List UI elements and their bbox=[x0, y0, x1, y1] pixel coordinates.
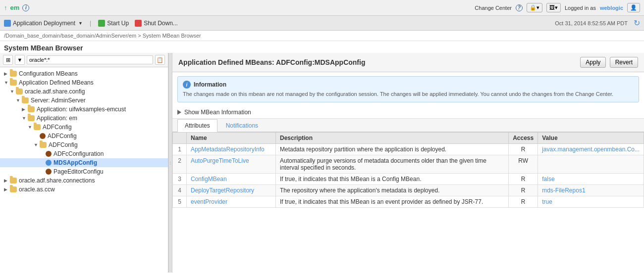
tree-item-oracle-adf-share-config[interactable]: ▼ oracle.adf.share.config bbox=[0, 87, 168, 96]
shut-down-nav[interactable]: Shut Down... bbox=[135, 20, 178, 27]
cell-description: If true, it indicates that this MBean is… bbox=[276, 174, 509, 185]
table-body: 1AppMetadataRepositoryInfoMetadata repos… bbox=[173, 144, 644, 208]
app-deployment-arrow: ▼ bbox=[78, 21, 83, 26]
tree-item-oracle-as-ccw[interactable]: ▶ oracle.as.ccw bbox=[0, 185, 168, 194]
folder-icon-app-defined bbox=[10, 80, 17, 86]
tab-attributes[interactable]: Attributes bbox=[177, 119, 217, 132]
attr-name-link[interactable]: AutoPurgeTimeToLive bbox=[191, 157, 249, 164]
start-up-label: Start Up bbox=[107, 20, 129, 27]
page-title: System MBean Browser bbox=[0, 41, 644, 53]
tree-item-app-uifwk[interactable]: ▶ Application: uifwksamples-emcust bbox=[0, 105, 168, 114]
breadcrumb-path[interactable]: /Domain_base_domain/base_domain/AdminSer… bbox=[4, 33, 136, 39]
attr-value-link[interactable]: mds-FileRepos1 bbox=[542, 187, 585, 194]
folder-icon-adfconfig bbox=[34, 124, 41, 130]
filter-btn[interactable]: ▼ bbox=[15, 55, 25, 65]
cell-name: DeployTargetRepository bbox=[187, 185, 276, 196]
attr-value-link[interactable]: true bbox=[542, 198, 552, 205]
cell-value bbox=[538, 155, 644, 174]
cell-access: R bbox=[509, 196, 538, 208]
expand-arrow-adfconfig-folder: ▼ bbox=[28, 125, 33, 130]
expand-all-btn[interactable]: ⊞ bbox=[3, 55, 13, 65]
change-center-help-icon[interactable]: ? bbox=[516, 4, 523, 11]
tree-item-mds-appconfig[interactable]: MDSAppConfig bbox=[0, 158, 168, 167]
tree-item-app-defined[interactable]: ▼ Application Defined MBeans bbox=[0, 78, 168, 87]
attr-value-link[interactable]: javax.management.openmbean.Co... bbox=[542, 146, 640, 153]
view-icon-btn[interactable]: 🖼▾ bbox=[546, 3, 561, 12]
col-header-access: Access bbox=[509, 133, 538, 144]
folder-icon-connections bbox=[10, 178, 17, 183]
cell-num: 1 bbox=[173, 144, 187, 155]
attr-name-link[interactable]: eventProvider bbox=[191, 198, 227, 205]
tree-item-server-adminserver[interactable]: ▼ Server: AdminServer bbox=[0, 96, 168, 105]
tree-item-adfconfig-folder[interactable]: ▼ ADFConfig bbox=[0, 123, 168, 132]
user-icon-btn[interactable]: 👤 bbox=[627, 3, 640, 12]
cell-value: true bbox=[538, 196, 644, 208]
start-up-nav[interactable]: Start Up bbox=[98, 20, 129, 27]
tree-item-app-em[interactable]: ▼ Application: em bbox=[0, 114, 168, 123]
tab-notifications[interactable]: Notifications bbox=[218, 119, 266, 132]
em-info-icon[interactable]: i bbox=[22, 4, 29, 11]
bean-icon-adfconfig bbox=[40, 133, 46, 139]
apply-button[interactable]: Apply bbox=[580, 57, 606, 68]
bean-icon-adfc bbox=[46, 151, 52, 157]
cell-num: 2 bbox=[173, 155, 187, 174]
timestamp-label: Oct 31, 2014 8:52:55 AM PDT bbox=[555, 20, 628, 26]
attr-name-link[interactable]: DeployTargetRepository bbox=[191, 187, 254, 194]
cell-name: AutoPurgeTimeToLive bbox=[187, 155, 276, 174]
attr-name-link[interactable]: ConfigMBean bbox=[191, 176, 227, 183]
resize-dots: ⋮ bbox=[168, 161, 172, 165]
left-toolbar: ⊞ ▼ 📋 bbox=[0, 53, 168, 67]
folder-icon-adfconfig-sub bbox=[40, 142, 47, 148]
tree-item-adfc-configuration[interactable]: ADFcConfiguration bbox=[0, 149, 168, 158]
em-label: em bbox=[10, 4, 20, 11]
tree-label-config-mbeans: Configuration MBeans bbox=[19, 70, 78, 77]
revert-button[interactable]: Revert bbox=[610, 57, 638, 68]
cell-num: 3 bbox=[173, 174, 187, 185]
left-panel: ⊞ ▼ 📋 ▶ Configuration MBeans ▼ Applicati… bbox=[0, 53, 168, 273]
shutdown-icon bbox=[135, 20, 142, 27]
tabs-bar: Attributes Notifications bbox=[172, 119, 644, 132]
lock-icon-btn[interactable]: 🔒▾ bbox=[527, 3, 542, 12]
tree-label-adfconfig-subfolder: ADFConfig bbox=[49, 141, 78, 148]
cell-name: ConfigMBean bbox=[187, 174, 276, 185]
info-box-title: i Information bbox=[183, 81, 634, 89]
tree-label-app-uifwk: Application: uifwksamples-emcust bbox=[37, 106, 126, 113]
show-mbean-toggle[interactable]: Show MBean Information bbox=[172, 106, 644, 119]
expand-arrow-connections: ▶ bbox=[4, 178, 9, 183]
attr-value-link[interactable]: false bbox=[542, 176, 554, 183]
cell-description: Metadata repository partition where the … bbox=[276, 144, 509, 155]
table-row: 1AppMetadataRepositoryInfoMetadata repos… bbox=[173, 144, 644, 155]
tree-area: ▶ Configuration MBeans ▼ Application Def… bbox=[0, 67, 168, 273]
attr-name-link[interactable]: AppMetadataRepositoryInfo bbox=[191, 146, 265, 153]
tree-item-oracle-adf-connections[interactable]: ▶ oracle.adf.share.connections bbox=[0, 176, 168, 185]
folder-icon-uifwk bbox=[28, 106, 35, 112]
cell-value: javax.management.openmbean.Co... bbox=[538, 144, 644, 155]
tree-item-page-editor[interactable]: PageEditorConfigu bbox=[0, 167, 168, 176]
expand-arrow-uifwk: ▶ bbox=[22, 107, 27, 112]
refresh-icon[interactable]: ↻ bbox=[634, 18, 640, 28]
tree-item-config-mbeans[interactable]: ▶ Configuration MBeans bbox=[0, 69, 168, 78]
folder-icon-ccw bbox=[10, 186, 17, 192]
cell-access: RW bbox=[509, 155, 538, 174]
nav-sep-1: | bbox=[90, 20, 91, 27]
search-input[interactable] bbox=[27, 55, 153, 64]
col-header-name: Name bbox=[187, 133, 276, 144]
nav-bar: Application Deployment ▼ | Start Up Shut… bbox=[0, 16, 644, 31]
triangle-right-icon bbox=[177, 110, 181, 115]
expand-arrow-app-defined: ▼ bbox=[4, 80, 9, 85]
tree-label-adfconfig-bean: ADFConfig bbox=[48, 133, 77, 139]
bookmark-btn[interactable]: 📋 bbox=[155, 55, 165, 65]
tree-item-adfconfig-subfolder[interactable]: ▼ ADFConfig bbox=[0, 140, 168, 149]
expand-arrow-ccw: ▶ bbox=[4, 187, 9, 192]
cell-value: mds-FileRepos1 bbox=[538, 185, 644, 196]
app-deployment-nav[interactable]: Application Deployment ▼ bbox=[4, 20, 83, 27]
expand-arrow-server: ▼ bbox=[16, 98, 21, 103]
folder-icon-app-em bbox=[28, 115, 35, 121]
main-layout: ⊞ ▼ 📋 ▶ Configuration MBeans ▼ Applicati… bbox=[0, 53, 644, 273]
resize-handle[interactable]: ⋮ bbox=[168, 53, 172, 273]
cell-description: Automatically purge versions of metadata… bbox=[276, 155, 509, 174]
tree-item-adfconfig-bean[interactable]: ADFConfig bbox=[0, 132, 168, 140]
table-row: 3ConfigMBeanIf true, it indicates that t… bbox=[173, 174, 644, 185]
tree-label-server-adminserver: Server: AdminServer bbox=[31, 97, 86, 104]
em-logo-icon: ↑ bbox=[4, 4, 7, 11]
